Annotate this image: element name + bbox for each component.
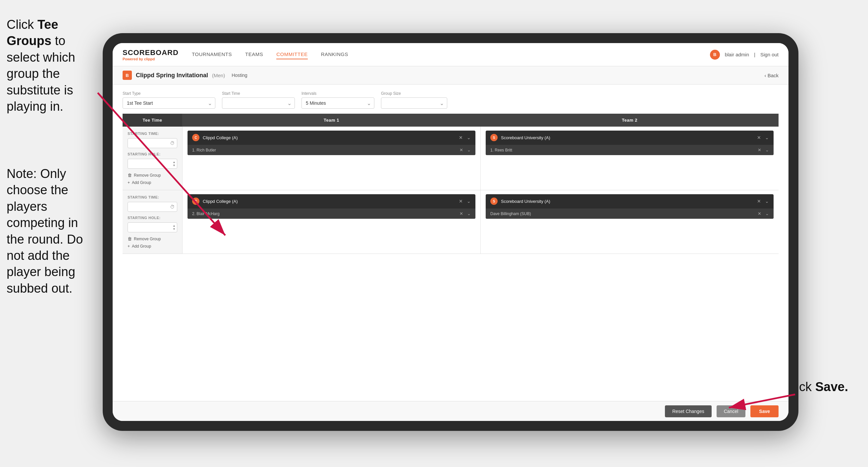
start-type-select[interactable]: 1st Tee Start (123, 97, 215, 109)
player-name-2-1-1: 2. Blair McHarg (192, 211, 456, 216)
team1-header: Team 1 (183, 114, 480, 126)
add-group-btn-2[interactable]: + Add Group (128, 244, 177, 249)
nav-teams[interactable]: TEAMS (245, 50, 263, 59)
nav-right: B blair admin | Sign out (710, 50, 779, 60)
group-size-input[interactable]: 2 (381, 97, 447, 109)
team-card-controls-1-2: ✕ ⌄ (757, 135, 769, 140)
expand-icon-2-2[interactable]: ⌄ (765, 199, 769, 204)
player-expand-icon-1-2-1[interactable]: ⌄ (765, 147, 769, 152)
hole-label-1: STARTING HOLE: (128, 152, 177, 156)
close-icon-2-1[interactable]: ✕ (459, 199, 463, 204)
team-card-controls-2-2: ✕ ⌄ (757, 199, 769, 204)
trash-icon-1: 🗑 (128, 173, 132, 178)
powered-by-text: Powered by clippd (123, 57, 179, 61)
hole-input-1[interactable]: 1 (128, 159, 177, 169)
close-icon-2-2[interactable]: ✕ (757, 199, 761, 204)
clock-icon-2: ⏱ (170, 204, 175, 209)
main-content[interactable]: Start Type 1st Tee Start Start Time 10:0… (113, 85, 788, 401)
player-close-icon-1-2-1[interactable]: ✕ (758, 147, 761, 152)
hole-input-wrap-2: 1 ▲ ▼ (128, 223, 177, 232)
player-close-icon-2-1-1[interactable]: ✕ (460, 211, 463, 216)
player-close-icon-2-2-1[interactable]: ✕ (758, 211, 761, 216)
team-card-header-1-2: S Scoreboard University (A) ✕ ⌄ (486, 130, 774, 145)
player-name-1-1-1: 1. Rich Butler (192, 148, 456, 152)
nav-committee[interactable]: COMMITTEE (276, 50, 308, 59)
username: blair admin (725, 52, 749, 57)
hole-input-2[interactable]: 1 (128, 223, 177, 232)
remove-group-btn-2[interactable]: 🗑 Remove Group (128, 236, 177, 241)
navbar: SCOREBOARD Powered by clippd TOURNAMENTS… (113, 43, 788, 66)
player-expand-icon-1-1-1[interactable]: ⌄ (467, 147, 471, 152)
team-name-1-2: Scoreboard University (A) (501, 135, 754, 140)
separator: | (754, 52, 755, 57)
start-config: Start Type 1st Tee Start Start Time 10:0… (123, 91, 779, 109)
team-card-2-1[interactable]: C Clippd College (A) ✕ ⌄ 2. Blair McHarg (187, 194, 475, 219)
player-controls-1-2-1: ✕ ⌄ (758, 147, 769, 152)
start-type-field: Start Type 1st Tee Start (123, 91, 215, 109)
tablet-frame: SCOREBOARD Powered by clippd TOURNAMENTS… (103, 33, 799, 431)
group-team2-cell-2: S Scoreboard University (A) ✕ ⌄ Dave Bil… (481, 190, 779, 254)
tablet-screen: SCOREBOARD Powered by clippd TOURNAMENTS… (113, 43, 788, 421)
team-card-2-2[interactable]: S Scoreboard University (A) ✕ ⌄ Dave Bil… (486, 194, 774, 219)
expand-icon-1-1[interactable]: ⌄ (467, 135, 471, 140)
team-logo-1-1: C (192, 134, 199, 141)
nav-rankings[interactable]: RANKINGS (321, 50, 348, 59)
reset-changes-button[interactable]: Reset Changes (665, 405, 712, 417)
start-time-label: Start Time (222, 91, 295, 96)
start-time-field: Start Time 10:00 (222, 91, 295, 109)
event-badge: B (123, 70, 132, 80)
start-type-label: Start Type (123, 91, 215, 96)
hole-arrows-1: ▲ ▼ (173, 161, 176, 167)
intervals-select[interactable]: 5 Minutes (302, 97, 374, 109)
group-row-2: STARTING TIME: 10:05 ⏱ STARTING HOLE: 1 … (123, 190, 779, 254)
player-name-1-2-1: 1. Rees Britt (490, 148, 754, 152)
group-team1-cell-2: C Clippd College (A) ✕ ⌄ 2. Blair McHarg (183, 190, 480, 254)
time-input-wrap-1: 10:00 ⏱ (128, 138, 177, 148)
tee-table-header: Tee Time Team 1 Team 2 (123, 114, 779, 126)
team-logo-2-1: C (192, 198, 199, 205)
back-button[interactable]: ‹ Back (764, 72, 779, 78)
start-type-input-wrap: 1st Tee Start (123, 97, 215, 109)
plus-icon-1: + (128, 180, 130, 185)
expand-icon-2-1[interactable]: ⌄ (467, 199, 471, 204)
time-input-wrap-2: 10:05 ⏱ (128, 202, 177, 212)
start-time-input[interactable]: 10:00 (222, 97, 295, 109)
start-time-input-wrap: 10:00 (222, 97, 295, 109)
instruction-text: Click Tee Groups to select which group t… (0, 10, 103, 121)
tee-time-header: Tee Time (123, 114, 182, 126)
player-controls-1-1-1: ✕ ⌄ (460, 147, 471, 152)
plus-icon-2: + (128, 244, 130, 249)
group-left-2: STARTING TIME: 10:05 ⏱ STARTING HOLE: 1 … (123, 190, 182, 254)
team-card-1-2[interactable]: S Scoreboard University (A) ✕ ⌄ 1. Rees … (486, 130, 774, 155)
event-title: Clippd Spring Invitational (136, 72, 208, 79)
close-icon-1-2[interactable]: ✕ (757, 135, 761, 140)
save-button[interactable]: Save (750, 405, 779, 417)
group-size-field: Group Size 2 (381, 91, 447, 109)
hole-label-2: STARTING HOLE: (128, 216, 177, 220)
nav-tournaments[interactable]: TOURNAMENTS (192, 50, 232, 59)
group-size-label: Group Size (381, 91, 447, 96)
event-type: (Men) (212, 72, 225, 78)
starting-time-label-1: STARTING TIME: (128, 132, 177, 136)
group-team2-cell-1: S Scoreboard University (A) ✕ ⌄ 1. Rees … (481, 126, 779, 190)
sign-out-link[interactable]: Sign out (760, 52, 779, 57)
hole-input-wrap-1: 1 ▲ ▼ (128, 159, 177, 169)
group-left-1: STARTING TIME: 10:00 ⏱ STARTING HOLE: 1 … (123, 126, 182, 190)
player-name-2-2-1: Dave Billingham (SUB) (490, 211, 754, 216)
team2-header: Team 2 (481, 114, 779, 126)
team-name-1-1: Clippd College (A) (203, 135, 456, 140)
cancel-button[interactable]: Cancel (717, 405, 746, 417)
player-close-icon-1-1-1[interactable]: ✕ (460, 147, 463, 152)
team-logo-1-2: S (490, 134, 498, 141)
expand-icon-1-2[interactable]: ⌄ (765, 135, 769, 140)
remove-group-btn-1[interactable]: 🗑 Remove Group (128, 173, 177, 178)
team-card-1-1[interactable]: C Clippd College (A) ✕ ⌄ 1. Rich Butler (187, 130, 475, 155)
hole-arrows-2: ▲ ▼ (173, 224, 176, 231)
intervals-field: Intervals 5 Minutes (302, 91, 374, 109)
bottom-bar: Reset Changes Cancel Save (113, 401, 788, 421)
add-group-btn-1[interactable]: + Add Group (128, 180, 177, 185)
player-expand-icon-2-1-1[interactable]: ⌄ (467, 211, 471, 216)
close-icon-1-1[interactable]: ✕ (459, 135, 463, 140)
trash-icon-2: 🗑 (128, 236, 132, 241)
player-expand-icon-2-2-1[interactable]: ⌄ (765, 211, 769, 216)
